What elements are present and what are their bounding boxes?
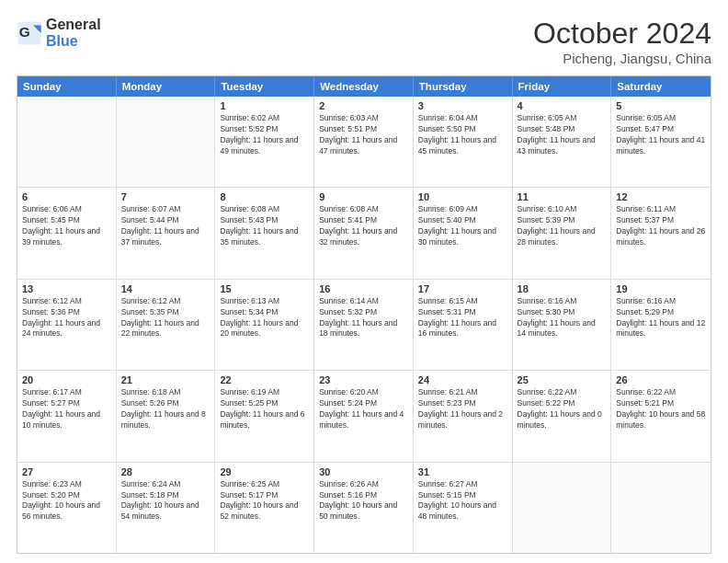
day-number: 23 — [319, 374, 408, 385]
calendar-cell: 17Sunrise: 6:15 AM Sunset: 5:31 PM Dayli… — [414, 280, 513, 370]
calendar-cell: 24Sunrise: 6:21 AM Sunset: 5:23 PM Dayli… — [414, 371, 513, 461]
day-number: 25 — [518, 374, 607, 385]
day-number: 16 — [319, 283, 408, 294]
day-number: 30 — [319, 466, 408, 477]
cell-details: Sunrise: 6:09 AM Sunset: 5:40 PM Dayligh… — [418, 204, 496, 247]
day-number: 19 — [616, 283, 706, 294]
header-day-sunday: Sunday — [17, 76, 117, 97]
calendar-row-4: 20Sunrise: 6:17 AM Sunset: 5:27 PM Dayli… — [17, 371, 711, 462]
cell-details: Sunrise: 6:03 AM Sunset: 5:51 PM Dayligh… — [319, 113, 397, 155]
day-number: 10 — [418, 191, 507, 202]
logo-icon: G — [17, 20, 42, 46]
calendar-cell: 25Sunrise: 6:22 AM Sunset: 5:22 PM Dayli… — [513, 371, 612, 461]
day-number: 20 — [22, 374, 111, 385]
calendar-row-5: 27Sunrise: 6:23 AM Sunset: 5:20 PM Dayli… — [17, 463, 711, 553]
cell-details: Sunrise: 6:22 AM Sunset: 5:22 PM Dayligh… — [518, 387, 602, 430]
calendar-cell: 8Sunrise: 6:08 AM Sunset: 5:43 PM Daylig… — [215, 188, 314, 278]
day-number: 11 — [518, 191, 607, 202]
day-number: 31 — [418, 466, 507, 477]
day-number: 5 — [616, 100, 706, 111]
calendar-row-1: 1Sunrise: 6:02 AM Sunset: 5:52 PM Daylig… — [17, 97, 711, 188]
calendar-cell: 6Sunrise: 6:06 AM Sunset: 5:45 PM Daylig… — [17, 188, 117, 278]
calendar-cell: 30Sunrise: 6:26 AM Sunset: 5:16 PM Dayli… — [314, 463, 414, 553]
logo-blue: Blue — [46, 33, 78, 49]
location: Picheng, Jiangsu, China — [533, 51, 711, 66]
calendar-cell: 28Sunrise: 6:24 AM Sunset: 5:18 PM Dayli… — [117, 463, 216, 553]
cell-details: Sunrise: 6:08 AM Sunset: 5:43 PM Dayligh… — [220, 204, 298, 247]
cell-details: Sunrise: 6:02 AM Sunset: 5:52 PM Dayligh… — [220, 113, 298, 155]
day-number: 12 — [616, 191, 706, 202]
day-number: 13 — [22, 283, 111, 294]
header-day-wednesday: Wednesday — [314, 76, 414, 97]
calendar-cell: 26Sunrise: 6:22 AM Sunset: 5:21 PM Dayli… — [611, 371, 711, 461]
logo: G General Blue — [17, 17, 101, 50]
calendar-cell: 22Sunrise: 6:19 AM Sunset: 5:25 PM Dayli… — [215, 371, 314, 461]
cell-details: Sunrise: 6:17 AM Sunset: 5:27 PM Dayligh… — [22, 387, 100, 430]
month-title: October 2024 — [533, 17, 711, 51]
cell-details: Sunrise: 6:12 AM Sunset: 5:36 PM Dayligh… — [22, 296, 100, 339]
logo-general: General — [46, 17, 101, 32]
cell-details: Sunrise: 6:07 AM Sunset: 5:44 PM Dayligh… — [121, 204, 199, 247]
calendar-cell: 16Sunrise: 6:14 AM Sunset: 5:32 PM Dayli… — [314, 280, 414, 370]
cell-details: Sunrise: 6:27 AM Sunset: 5:15 PM Dayligh… — [418, 479, 496, 522]
calendar-cell: 27Sunrise: 6:23 AM Sunset: 5:20 PM Dayli… — [17, 463, 117, 553]
calendar-cell: 2Sunrise: 6:03 AM Sunset: 5:51 PM Daylig… — [314, 97, 414, 187]
svg-text:G: G — [19, 24, 30, 40]
cell-details: Sunrise: 6:13 AM Sunset: 5:34 PM Dayligh… — [220, 296, 298, 339]
day-number: 2 — [319, 100, 408, 111]
day-number: 24 — [418, 374, 507, 385]
cell-details: Sunrise: 6:05 AM Sunset: 5:48 PM Dayligh… — [518, 113, 596, 155]
cell-details: Sunrise: 6:23 AM Sunset: 5:20 PM Dayligh… — [22, 479, 100, 522]
calendar-cell: 1Sunrise: 6:02 AM Sunset: 5:52 PM Daylig… — [215, 97, 314, 187]
cell-details: Sunrise: 6:15 AM Sunset: 5:31 PM Dayligh… — [418, 296, 496, 339]
header-day-tuesday: Tuesday — [215, 76, 314, 97]
calendar-cell: 18Sunrise: 6:16 AM Sunset: 5:30 PM Dayli… — [513, 280, 612, 370]
cell-details: Sunrise: 6:04 AM Sunset: 5:50 PM Dayligh… — [418, 113, 496, 155]
cell-details: Sunrise: 6:25 AM Sunset: 5:17 PM Dayligh… — [220, 479, 298, 522]
header-day-friday: Friday — [513, 76, 612, 97]
calendar-body: 1Sunrise: 6:02 AM Sunset: 5:52 PM Daylig… — [17, 97, 711, 553]
cell-details: Sunrise: 6:10 AM Sunset: 5:39 PM Dayligh… — [518, 204, 596, 247]
calendar-cell: 11Sunrise: 6:10 AM Sunset: 5:39 PM Dayli… — [513, 188, 612, 278]
day-number: 4 — [518, 100, 607, 111]
calendar-cell: 21Sunrise: 6:18 AM Sunset: 5:26 PM Dayli… — [117, 371, 216, 461]
header-day-saturday: Saturday — [611, 76, 711, 97]
logo-text: General Blue — [46, 17, 101, 50]
day-number: 26 — [616, 374, 706, 385]
calendar: SundayMondayTuesdayWednesdayThursdayFrid… — [17, 75, 711, 554]
day-number: 27 — [22, 466, 111, 477]
day-number: 1 — [220, 100, 309, 111]
cell-details: Sunrise: 6:18 AM Sunset: 5:26 PM Dayligh… — [121, 387, 206, 430]
calendar-cell: 31Sunrise: 6:27 AM Sunset: 5:15 PM Dayli… — [414, 463, 513, 553]
calendar-cell: 4Sunrise: 6:05 AM Sunset: 5:48 PM Daylig… — [513, 97, 612, 187]
calendar-page: G General Blue October 2024 Picheng, Jia… — [0, 0, 728, 563]
title-block: October 2024 Picheng, Jiangsu, China — [533, 17, 711, 66]
cell-details: Sunrise: 6:22 AM Sunset: 5:21 PM Dayligh… — [616, 387, 705, 430]
calendar-cell: 13Sunrise: 6:12 AM Sunset: 5:36 PM Dayli… — [17, 280, 117, 370]
day-number: 7 — [121, 191, 210, 202]
calendar-cell: 29Sunrise: 6:25 AM Sunset: 5:17 PM Dayli… — [215, 463, 314, 553]
day-number: 9 — [319, 191, 408, 202]
calendar-cell: 14Sunrise: 6:12 AM Sunset: 5:35 PM Dayli… — [117, 280, 216, 370]
cell-details: Sunrise: 6:05 AM Sunset: 5:47 PM Dayligh… — [616, 113, 705, 155]
page-header: G General Blue October 2024 Picheng, Jia… — [17, 17, 711, 66]
calendar-cell — [17, 97, 117, 187]
cell-details: Sunrise: 6:14 AM Sunset: 5:32 PM Dayligh… — [319, 296, 397, 339]
cell-details: Sunrise: 6:20 AM Sunset: 5:24 PM Dayligh… — [319, 387, 404, 430]
day-number: 22 — [220, 374, 309, 385]
calendar-cell — [611, 463, 711, 553]
calendar-cell: 19Sunrise: 6:16 AM Sunset: 5:29 PM Dayli… — [611, 280, 711, 370]
day-number: 28 — [121, 466, 210, 477]
day-number: 21 — [121, 374, 210, 385]
day-number: 18 — [518, 283, 607, 294]
day-number: 14 — [121, 283, 210, 294]
calendar-row-2: 6Sunrise: 6:06 AM Sunset: 5:45 PM Daylig… — [17, 188, 711, 279]
calendar-cell: 23Sunrise: 6:20 AM Sunset: 5:24 PM Dayli… — [314, 371, 414, 461]
calendar-cell: 9Sunrise: 6:08 AM Sunset: 5:41 PM Daylig… — [314, 188, 414, 278]
cell-details: Sunrise: 6:12 AM Sunset: 5:35 PM Dayligh… — [121, 296, 199, 339]
day-number: 3 — [418, 100, 507, 111]
calendar-cell: 20Sunrise: 6:17 AM Sunset: 5:27 PM Dayli… — [17, 371, 117, 461]
calendar-row-3: 13Sunrise: 6:12 AM Sunset: 5:36 PM Dayli… — [17, 280, 711, 371]
calendar-cell: 10Sunrise: 6:09 AM Sunset: 5:40 PM Dayli… — [414, 188, 513, 278]
cell-details: Sunrise: 6:08 AM Sunset: 5:41 PM Dayligh… — [319, 204, 397, 247]
